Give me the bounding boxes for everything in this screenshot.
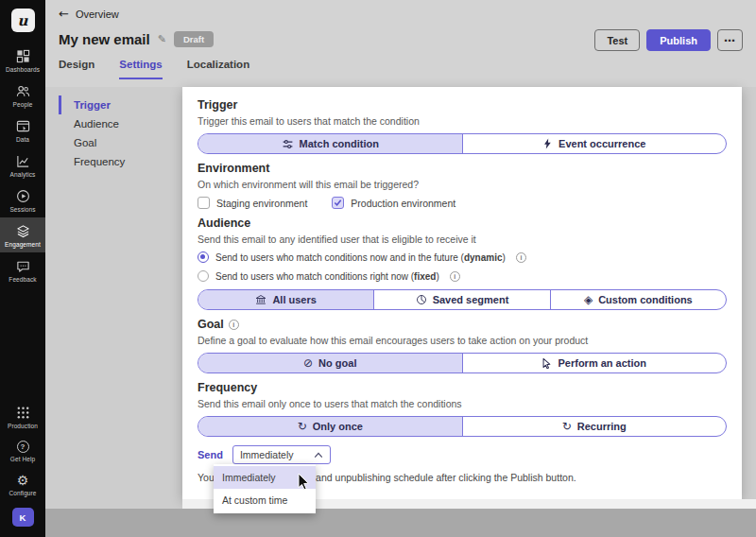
tab-bar: Design Settings Localization xyxy=(59,59,249,79)
radio-selected-icon[interactable] xyxy=(198,251,209,263)
frequency-heading: Frequency xyxy=(198,382,727,394)
option-recurring[interactable]: ↻ Recurring xyxy=(463,417,727,436)
status-badge: Draft xyxy=(174,31,214,47)
goal-segment-control: ⊘ No goal Perform an action xyxy=(198,353,727,373)
recurring-icon: ↻ xyxy=(562,421,572,432)
tab-design[interactable]: Design xyxy=(59,59,94,79)
trigger-segment-control: Match condition Event occurrence xyxy=(198,133,727,154)
option-no-goal[interactable]: ⊘ No goal xyxy=(198,354,463,372)
no-goal-icon: ⊘ xyxy=(303,357,313,369)
data-icon xyxy=(16,119,30,133)
info-icon[interactable]: i xyxy=(516,252,526,263)
dropdown-option-at-custom-time[interactable]: At custom time xyxy=(214,489,316,511)
sessions-icon xyxy=(16,189,30,203)
trigger-desc: Trigger this email to users that match t… xyxy=(198,115,727,127)
option-only-once[interactable]: ↻ Only once xyxy=(198,417,463,436)
gear-icon: ⚙ xyxy=(17,474,29,487)
back-link[interactable]: ← Overview xyxy=(59,9,119,20)
pie-chart-icon xyxy=(416,294,427,305)
feedback-icon xyxy=(16,259,30,273)
sidebar-item-label: Dashboards xyxy=(6,66,40,73)
sidebar-item-configure[interactable]: ⚙ Configure xyxy=(0,467,45,501)
send-timing-select[interactable]: Immediately xyxy=(232,445,331,464)
option-custom-conditions[interactable]: ◈ Custom conditions xyxy=(551,290,726,309)
pointer-icon xyxy=(541,357,552,369)
sidebar-item-data[interactable]: Data xyxy=(0,113,45,147)
environment-heading: Environment xyxy=(198,163,727,175)
sidebar-item-feedback[interactable]: Feedback xyxy=(0,252,45,287)
checkbox-staging-environment[interactable]: Staging environment xyxy=(198,197,307,209)
page-title: My new email xyxy=(59,31,150,47)
option-all-users[interactable]: All users xyxy=(198,290,374,309)
info-icon[interactable]: i xyxy=(450,271,460,282)
option-saved-segment[interactable]: Saved segment xyxy=(374,290,550,309)
mouse-cursor xyxy=(298,473,312,491)
settings-nav-audience[interactable]: Audience xyxy=(59,114,178,133)
back-label: Overview xyxy=(76,9,119,20)
refresh-once-icon: ↻ xyxy=(298,421,307,432)
sidebar-item-sessions[interactable]: Sessions xyxy=(0,182,45,217)
sidebar-item-dashboards[interactable]: Dashboards xyxy=(0,43,45,78)
sidebar-item-label: Data xyxy=(16,136,29,143)
radio-unselected-icon[interactable] xyxy=(198,270,209,282)
chevron-up-icon xyxy=(314,452,323,459)
sidebar-item-label: Analytics xyxy=(10,171,36,178)
info-icon[interactable]: i xyxy=(229,320,239,330)
audience-heading: Audience xyxy=(198,217,727,230)
sidebar-item-production[interactable]: Production xyxy=(0,399,45,434)
sidebar-item-label: Get Help xyxy=(10,456,35,462)
sidebar-item-label: Engagement xyxy=(5,241,41,248)
production-icon xyxy=(16,406,30,420)
analytics-icon xyxy=(16,154,30,168)
app-sidebar: u Dashboards People Data Analytics Sessi… xyxy=(0,0,45,537)
option-match-condition[interactable]: Match condition xyxy=(198,134,463,153)
dashboards-icon xyxy=(16,49,30,63)
back-arrow-icon: ← xyxy=(59,9,69,20)
settings-nav-trigger[interactable]: Trigger xyxy=(59,95,178,114)
checkbox-checked-icon[interactable] xyxy=(332,197,344,209)
sidebar-item-label: Configure xyxy=(9,490,36,496)
radio-fixed-audience[interactable]: Send to users who match conditions right… xyxy=(198,270,727,282)
sidebar-item-label: Feedback xyxy=(9,276,36,283)
settings-nav-goal[interactable]: Goal xyxy=(59,133,178,152)
settings-nav-frequency[interactable]: Frequency xyxy=(59,152,178,171)
help-icon: ? xyxy=(17,441,29,453)
engagement-icon xyxy=(16,224,30,238)
lightning-icon xyxy=(542,138,553,149)
people-icon xyxy=(16,84,30,98)
more-options-button[interactable]: ⋯ xyxy=(717,29,743,51)
page-header: ← Overview My new email ✎ Draft Test Pub… xyxy=(45,0,756,87)
checkbox-unchecked-icon[interactable] xyxy=(198,197,210,209)
edit-title-icon[interactable]: ✎ xyxy=(158,33,166,45)
sidebar-item-engagement[interactable]: Engagement xyxy=(0,217,45,252)
app-logo[interactable]: u xyxy=(11,9,35,32)
bank-icon xyxy=(255,294,266,305)
trigger-heading: Trigger xyxy=(198,99,727,112)
sidebar-item-analytics[interactable]: Analytics xyxy=(0,147,45,182)
sidebar-item-label: People xyxy=(13,101,33,108)
test-button[interactable]: Test xyxy=(594,29,640,51)
sidebar-item-people[interactable]: People xyxy=(0,78,45,113)
sidebar-item-get-help[interactable]: ? Get Help xyxy=(0,434,45,467)
audience-desc: Send this email to any identified user t… xyxy=(198,234,727,245)
audience-segment-control: All users Saved segment ◈ Custom conditi… xyxy=(198,289,727,310)
option-perform-action[interactable]: Perform an action xyxy=(463,354,727,372)
sliders-icon xyxy=(282,138,294,150)
frequency-segment-control: ↻ Only once ↻ Recurring xyxy=(198,416,727,437)
sidebar-item-label: Sessions xyxy=(9,206,35,213)
settings-panel: Trigger Trigger this email to users that… xyxy=(182,87,742,499)
tab-settings[interactable]: Settings xyxy=(119,59,162,79)
bottom-background xyxy=(45,509,756,537)
radio-dynamic-audience[interactable]: Send to users who match conditions now a… xyxy=(198,251,727,263)
publish-button[interactable]: Publish xyxy=(646,29,711,51)
sidebar-item-label: Production xyxy=(8,423,38,429)
user-avatar[interactable]: K xyxy=(12,508,34,527)
goal-heading: Goal i xyxy=(198,319,727,331)
tab-localization[interactable]: Localization xyxy=(187,59,249,79)
goal-desc: Define a goal to evaluate how this email… xyxy=(198,335,727,346)
settings-nav: Trigger Audience Goal Frequency xyxy=(59,95,178,171)
diamond-icon: ◈ xyxy=(584,294,593,305)
select-value: Immediately xyxy=(240,449,294,460)
option-event-occurrence[interactable]: Event occurrence xyxy=(463,134,727,153)
checkbox-production-environment[interactable]: Production environment xyxy=(332,197,455,209)
